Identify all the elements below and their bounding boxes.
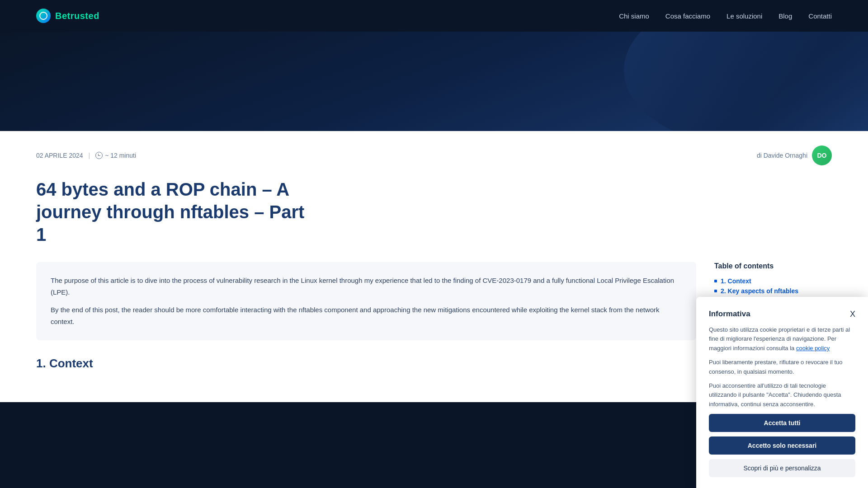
logo[interactable]: Betrusted <box>36 9 99 23</box>
cookie-title: Informativa <box>709 310 750 319</box>
meta-separator: | <box>89 152 90 159</box>
nav-contatti[interactable]: Contatti <box>808 12 832 20</box>
cookie-banner: Informativa X Questo sito utilizza cooki… <box>696 297 868 488</box>
cookie-header: Informativa X <box>709 310 855 319</box>
meta-left: 02 APRILE 2024 | ~ 12 minuti <box>36 152 136 159</box>
article-intro: The purpose of this article is to dive i… <box>36 262 696 340</box>
cookie-accept-all-button[interactable]: Accetta tutti <box>709 414 855 432</box>
logo-text: Betrusted <box>55 11 99 21</box>
intro-paragraph-2: By the end of this post, the reader shou… <box>51 304 682 328</box>
cookie-necessary-button[interactable]: Accetto solo necessari <box>709 436 855 455</box>
avatar: DO <box>812 145 832 165</box>
toc-item-1: 1. Context <box>714 277 832 285</box>
toc-bullet-2 <box>714 290 717 292</box>
cookie-text-1: Questo sito utilizza cookie proprietari … <box>709 325 855 353</box>
intro-paragraph-1: The purpose of this article is to dive i… <box>51 275 682 299</box>
article-date: 02 APRILE 2024 <box>36 152 83 159</box>
nav-cosa-facciamo[interactable]: Cosa facciamo <box>665 12 710 20</box>
toc-title: Table of contents <box>714 262 832 270</box>
clock-icon <box>95 152 103 159</box>
toc-link-1[interactable]: 1. Context <box>714 277 832 285</box>
cookie-customize-button[interactable]: Scopri di più e personalizza <box>709 459 855 477</box>
site-header: Betrusted Chi siamo Cosa facciamo Le sol… <box>0 0 868 32</box>
cookie-text-3: Puoi acconsentire all'utilizzo di tali t… <box>709 381 855 409</box>
cookie-close-button[interactable]: X <box>850 310 855 319</box>
article-main: The purpose of this article is to dive i… <box>36 262 696 377</box>
article-read-time: ~ 12 minuti <box>95 152 136 159</box>
logo-icon <box>36 9 51 23</box>
article-author: di Davide Ornaghi DO <box>757 145 832 165</box>
nav-blog[interactable]: Blog <box>778 12 792 20</box>
cookie-text-2: Puoi liberamente prestare, rifiutare o r… <box>709 358 855 377</box>
toc-link-2[interactable]: 2. Key aspects of nftables <box>714 287 832 295</box>
nav-le-soluzioni[interactable]: Le soluzioni <box>726 12 762 20</box>
nav-chi-siamo[interactable]: Chi siamo <box>619 12 649 20</box>
section-1-heading: 1. Context <box>36 357 696 371</box>
main-nav: Chi siamo Cosa facciamo Le soluzioni Blo… <box>619 12 832 20</box>
article-meta: 02 APRILE 2024 | ~ 12 minuti di Davide O… <box>0 131 868 165</box>
cookie-policy-link[interactable]: cookie policy <box>796 345 830 352</box>
article-title: 64 bytes and a ROP chain – A journey thr… <box>0 165 353 246</box>
author-label: di Davide Ornaghi <box>757 152 807 159</box>
hero-section <box>0 32 868 131</box>
toc-bullet-1 <box>714 280 717 282</box>
